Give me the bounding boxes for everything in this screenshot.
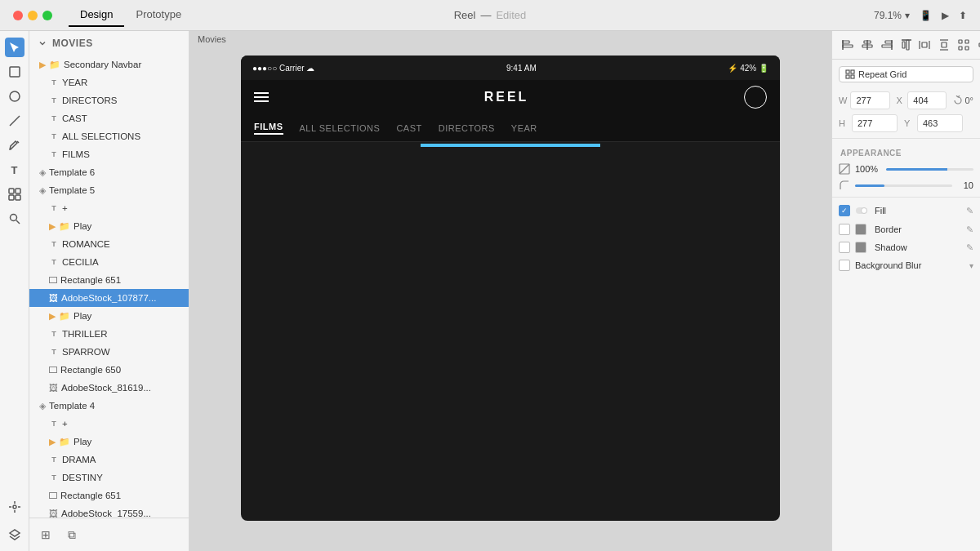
canvas-content[interactable]: ●●●○○ Carrier ☁ 9:41 AM ⚡ 42% 🔋 REEL FIL… bbox=[189, 47, 831, 551]
bg-blur-checkbox[interactable] bbox=[839, 260, 850, 271]
more-align-icon[interactable] bbox=[974, 36, 980, 54]
align-left-icon[interactable] bbox=[839, 36, 857, 54]
tab-films[interactable]: FILMS bbox=[254, 122, 283, 135]
tab-directors[interactable]: DIRECTORS bbox=[439, 123, 495, 133]
border-radius-track[interactable] bbox=[855, 184, 952, 187]
sidebar-item-template6[interactable]: ◈ Template 6 bbox=[29, 163, 189, 181]
sidebar-item-cast[interactable]: T CAST bbox=[29, 109, 189, 127]
sidebar-item-year[interactable]: T YEAR bbox=[29, 73, 189, 91]
svg-rect-16 bbox=[885, 41, 892, 43]
sidebar-item-all-selections[interactable]: T ALL SELECTIONS bbox=[29, 127, 189, 145]
sidebar-item-rect651b[interactable]: Rectangle 651 bbox=[29, 487, 189, 504]
rotate-control[interactable]: 0° bbox=[953, 96, 973, 105]
divider2 bbox=[832, 197, 980, 198]
shadow-edit-icon[interactable]: ✎ bbox=[966, 242, 973, 253]
repeat-grid-button[interactable]: Repeat Grid bbox=[839, 66, 973, 82]
tab-all-selections[interactable]: ALL SELECTIONS bbox=[300, 123, 381, 133]
assets-icon[interactable]: ⊞ bbox=[36, 525, 56, 544]
svg-rect-24 bbox=[922, 42, 927, 47]
plugins-icon[interactable] bbox=[5, 497, 24, 517]
sidebar-item-cecilia[interactable]: T CECILIA bbox=[29, 253, 189, 271]
ellipse-tool[interactable] bbox=[5, 87, 24, 106]
fill-edit-icon[interactable]: ✎ bbox=[966, 206, 973, 216]
svg-point-7 bbox=[10, 215, 16, 221]
titlebar-center: Reel — Edited bbox=[454, 9, 527, 21]
zoom-level[interactable]: 79.1% ▾ bbox=[874, 10, 910, 21]
fill-checkbox[interactable] bbox=[839, 205, 850, 216]
titlebar-right: 79.1% ▾ 📱 ▶ ⬆ bbox=[874, 10, 967, 21]
align-center-icon[interactable] bbox=[858, 36, 876, 54]
time-label: 9:41 AM bbox=[506, 64, 537, 73]
component-tool[interactable] bbox=[5, 184, 24, 204]
tidy-up-icon[interactable] bbox=[955, 36, 973, 54]
shadow-checkbox[interactable] bbox=[839, 242, 850, 253]
bg-blur-dropdown[interactable]: ▾ bbox=[969, 261, 973, 270]
y-input[interactable]: 463 bbox=[917, 114, 963, 132]
dist-horizontal-icon[interactable] bbox=[915, 36, 933, 54]
main-layout: T Movies ▶ 📁 Secondary Navbar bbox=[0, 31, 980, 551]
sidebar-item-template4[interactable]: ◈ Template 4 bbox=[29, 397, 189, 415]
tab-year[interactable]: YEAR bbox=[511, 123, 537, 133]
sidebar-item-adobestock1[interactable]: 🖼 AdobeStock_107877... bbox=[29, 289, 189, 307]
layers-bottom-icon[interactable]: ⧉ bbox=[62, 525, 82, 544]
tab-cast[interactable]: CAST bbox=[396, 123, 421, 133]
align-top-icon[interactable] bbox=[898, 36, 915, 54]
sidebar-bottom: ⊞ ⧉ bbox=[29, 518, 189, 551]
svg-rect-17 bbox=[882, 45, 892, 47]
align-right-icon[interactable] bbox=[878, 36, 896, 54]
sidebar-item-template5[interactable]: ◈ Template 5 bbox=[29, 181, 189, 199]
tab-prototype[interactable]: Prototype bbox=[124, 3, 193, 27]
sidebar-item-thriller1[interactable]: T THRILLER bbox=[29, 325, 189, 343]
search-tool[interactable] bbox=[5, 209, 24, 229]
sidebar-item-adobestock3[interactable]: 🖼 AdobeStock_17559... bbox=[29, 504, 189, 518]
sidebar-item-rect650[interactable]: Rectangle 650 bbox=[29, 361, 189, 379]
close-button[interactable] bbox=[13, 11, 23, 20]
border-edit-icon[interactable]: ✎ bbox=[966, 224, 973, 235]
movie-grid: SPARROW THRILLER + LAKE MERC bbox=[241, 142, 780, 147]
play-icon[interactable]: ▶ bbox=[942, 10, 949, 21]
opacity-slider[interactable] bbox=[886, 168, 973, 171]
sidebar-item-plus1[interactable]: T + bbox=[29, 199, 189, 217]
dist-vertical-icon[interactable] bbox=[935, 36, 953, 54]
maximize-button[interactable] bbox=[42, 11, 52, 20]
phone-mockup: ●●●○○ Carrier ☁ 9:41 AM ⚡ 42% 🔋 REEL FIL… bbox=[241, 56, 780, 521]
text-tool[interactable]: T bbox=[5, 160, 24, 180]
sidebar-item-play2[interactable]: ▶ 📁 Play bbox=[29, 307, 189, 325]
layers-icon[interactable] bbox=[5, 525, 24, 544]
profile-button[interactable] bbox=[744, 86, 767, 109]
share-icon[interactable]: ⬆ bbox=[959, 10, 967, 21]
opacity-value: 100% bbox=[855, 164, 881, 174]
rectangle-tool[interactable] bbox=[5, 62, 24, 82]
fill-toggle-icon[interactable] bbox=[855, 204, 868, 217]
sidebar-item-secondary-navbar[interactable]: ▶ 📁 Secondary Navbar bbox=[29, 56, 189, 73]
sidebar-item-films[interactable]: T FILMS bbox=[29, 145, 189, 163]
sidebar-item-sparrow1[interactable]: T SPARROW bbox=[29, 343, 189, 361]
bg-blur-row: Background Blur ▾ bbox=[832, 256, 980, 274]
sidebar-item-play1[interactable]: ▶ 📁 Play bbox=[29, 217, 189, 235]
svg-rect-0 bbox=[10, 67, 20, 77]
pen-tool[interactable] bbox=[5, 136, 24, 155]
minimize-button[interactable] bbox=[28, 11, 38, 20]
sidebar-item-play3[interactable]: ▶ 📁 Play bbox=[29, 433, 189, 451]
device-icon[interactable]: 📱 bbox=[920, 10, 932, 21]
border-swatch[interactable] bbox=[855, 224, 866, 235]
sidebar-item-adobestock2[interactable]: 🖼 AdobeStock_81619... bbox=[29, 379, 189, 397]
height-input[interactable]: 277 bbox=[852, 114, 898, 132]
border-checkbox[interactable] bbox=[839, 224, 850, 235]
width-input[interactable]: 277 bbox=[850, 91, 889, 109]
sidebar-item-directors[interactable]: T DIRECTORS bbox=[29, 91, 189, 109]
x-input[interactable]: 404 bbox=[907, 91, 947, 109]
shadow-swatch[interactable] bbox=[855, 242, 866, 253]
hamburger-menu[interactable] bbox=[254, 92, 269, 102]
sidebar-item-romance[interactable]: T ROMANCE bbox=[29, 235, 189, 253]
sidebar-item-drama1[interactable]: T DRAMA bbox=[29, 451, 189, 469]
sidebar-item-destiny1[interactable]: T DESTINY bbox=[29, 469, 189, 487]
svg-rect-38 bbox=[851, 75, 854, 78]
svg-rect-37 bbox=[846, 75, 849, 78]
sidebar-item-rect651[interactable]: Rectangle 651 bbox=[29, 271, 189, 289]
line-tool[interactable] bbox=[5, 111, 24, 131]
sidebar-item-plus2[interactable]: T + bbox=[29, 415, 189, 433]
tab-design[interactable]: Design bbox=[69, 3, 124, 27]
battery-label: ⚡ 42% 🔋 bbox=[728, 64, 768, 73]
select-tool[interactable] bbox=[5, 38, 24, 57]
